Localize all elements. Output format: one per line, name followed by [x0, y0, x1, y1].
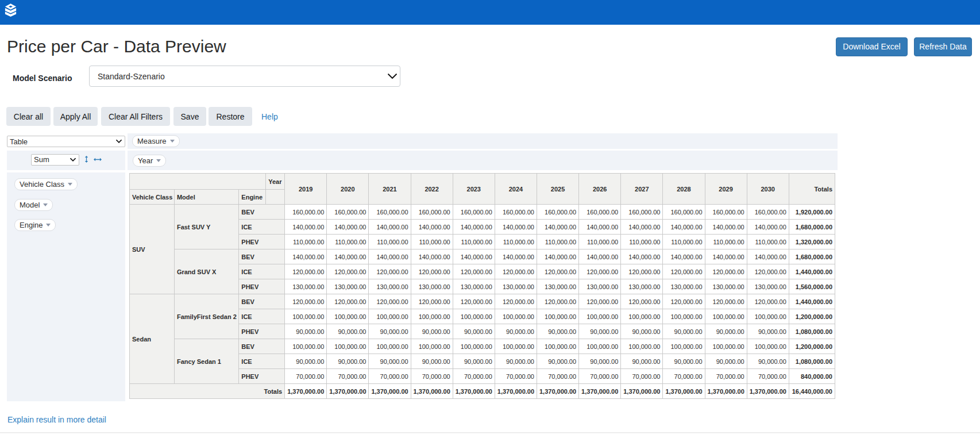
grand-total-overall-cell: 16,440,000.00 [789, 384, 835, 399]
grand-total-cell: 1,370,000.00 [495, 384, 537, 399]
help-link[interactable]: Help [254, 107, 285, 126]
value-cell: 160,000.00 [663, 205, 705, 220]
pivot-table: Year201920202021202220232024202520262027… [129, 173, 835, 399]
attr-chip-label: Year [138, 156, 153, 165]
engine-row-label: PHEV [239, 235, 285, 249]
value-cell: 110,000.00 [705, 235, 747, 249]
engine-row-label: BEV [239, 294, 285, 309]
pivot-renderer-cell: Table [7, 133, 125, 149]
value-cell: 120,000.00 [537, 294, 578, 309]
value-cell: 120,000.00 [663, 264, 705, 279]
value-cell: 120,000.00 [579, 264, 621, 279]
triangle-down-icon[interactable] [43, 203, 48, 206]
value-cell: 90,000.00 [411, 324, 453, 339]
attr-chip-vehicle-class[interactable]: Vehicle Class [14, 178, 78, 190]
row-total-cell: 1,200,000.00 [789, 339, 835, 354]
value-cell: 160,000.00 [579, 205, 621, 220]
value-cell: 100,000.00 [579, 309, 621, 324]
value-cell: 120,000.00 [579, 294, 621, 309]
value-cell: 160,000.00 [369, 205, 411, 220]
apply-all-button[interactable]: Apply All [53, 107, 98, 126]
attr-chip-engine[interactable]: Engine [14, 219, 56, 231]
row-axis-label: Vehicle Class [130, 190, 175, 205]
value-cell: 120,000.00 [621, 264, 663, 279]
row-axis-label: Model [174, 190, 238, 205]
grand-total-cell: 1,370,000.00 [705, 384, 747, 399]
value-cell: 120,000.00 [327, 264, 369, 279]
value-cell: 140,000.00 [663, 220, 705, 235]
col-order-button[interactable] [94, 158, 102, 162]
refresh-data-button[interactable]: Refresh Data [914, 37, 972, 56]
value-cell: 70,000.00 [705, 369, 747, 384]
explain-result-link[interactable]: Explain result in more detail [7, 415, 106, 424]
totals-row-label: Totals [130, 384, 285, 399]
save-button[interactable]: Save [173, 107, 206, 126]
attr-chip-label: Model [20, 201, 40, 209]
row-order-button[interactable] [84, 156, 88, 163]
row-total-cell: 1,680,000.00 [789, 220, 835, 235]
value-cell: 120,000.00 [537, 264, 578, 279]
value-cell: 120,000.00 [621, 294, 663, 309]
value-cell: 110,000.00 [453, 235, 495, 249]
value-cell: 70,000.00 [663, 369, 705, 384]
value-cell: 100,000.00 [705, 309, 747, 324]
value-cell: 100,000.00 [663, 309, 705, 324]
value-cell: 90,000.00 [621, 324, 663, 339]
triangle-down-icon[interactable] [46, 224, 51, 226]
clear-all-filters-button[interactable]: Clear All Filters [101, 107, 170, 126]
aggregator-select[interactable]: Sum [31, 154, 79, 166]
value-cell: 140,000.00 [327, 220, 369, 235]
value-cell: 140,000.00 [663, 249, 705, 264]
row-total-cell: 840,000.00 [789, 369, 835, 384]
engine-row-label: ICE [239, 264, 285, 279]
engine-row-label: ICE [239, 354, 285, 369]
value-cell: 140,000.00 [453, 249, 495, 264]
value-cell: 140,000.00 [495, 220, 537, 235]
col-axis-label: Year [265, 174, 285, 190]
value-cell: 110,000.00 [327, 235, 369, 249]
pivot-data-row: SUVFast SUV YBEV160,000.00160,000.00160,… [130, 205, 835, 220]
attr-chip-year[interactable]: Year [133, 155, 166, 167]
triangle-down-icon[interactable] [156, 159, 161, 162]
value-cell: 90,000.00 [369, 354, 411, 369]
triangle-down-icon[interactable] [170, 140, 175, 143]
value-cell: 120,000.00 [747, 264, 789, 279]
renderer-select[interactable]: Table [7, 136, 125, 147]
value-cell: 120,000.00 [453, 264, 495, 279]
value-cell: 90,000.00 [285, 324, 327, 339]
value-cell: 120,000.00 [369, 294, 411, 309]
value-cell: 100,000.00 [411, 309, 453, 324]
value-cell: 100,000.00 [285, 339, 327, 354]
model-scenario-select[interactable]: Standard-Szenario [89, 66, 400, 87]
year-col-header: 2022 [411, 174, 453, 205]
value-cell: 100,000.00 [537, 339, 578, 354]
year-col-header: 2024 [495, 174, 537, 205]
attr-chip-model[interactable]: Model [14, 199, 53, 211]
value-cell: 90,000.00 [327, 324, 369, 339]
value-cell: 140,000.00 [621, 249, 663, 264]
value-cell: 90,000.00 [369, 324, 411, 339]
grand-total-cell: 1,370,000.00 [411, 384, 453, 399]
value-cell: 90,000.00 [537, 324, 578, 339]
value-cell: 100,000.00 [579, 339, 621, 354]
value-cell: 120,000.00 [411, 294, 453, 309]
attr-chip-measure[interactable]: Measure [132, 135, 180, 147]
value-cell: 120,000.00 [285, 294, 327, 309]
triangle-down-icon[interactable] [68, 183, 72, 186]
value-cell: 160,000.00 [747, 205, 789, 220]
clear-all-button[interactable]: Clear all [6, 107, 51, 126]
value-cell: 110,000.00 [411, 235, 453, 249]
page-title: Price per Car - Data Preview [7, 38, 226, 55]
value-cell: 140,000.00 [747, 249, 789, 264]
value-cell: 70,000.00 [495, 369, 537, 384]
year-col-header: 2028 [663, 174, 705, 205]
restore-button[interactable]: Restore [209, 107, 252, 126]
value-cell: 140,000.00 [621, 220, 663, 235]
value-cell: 100,000.00 [537, 309, 578, 324]
value-cell: 70,000.00 [621, 369, 663, 384]
value-cell: 100,000.00 [705, 339, 747, 354]
download-excel-button[interactable]: Download Excel [836, 37, 908, 56]
value-cell: 140,000.00 [453, 220, 495, 235]
value-cell: 90,000.00 [537, 354, 578, 369]
pivot-vals-area: Sum [7, 151, 125, 170]
